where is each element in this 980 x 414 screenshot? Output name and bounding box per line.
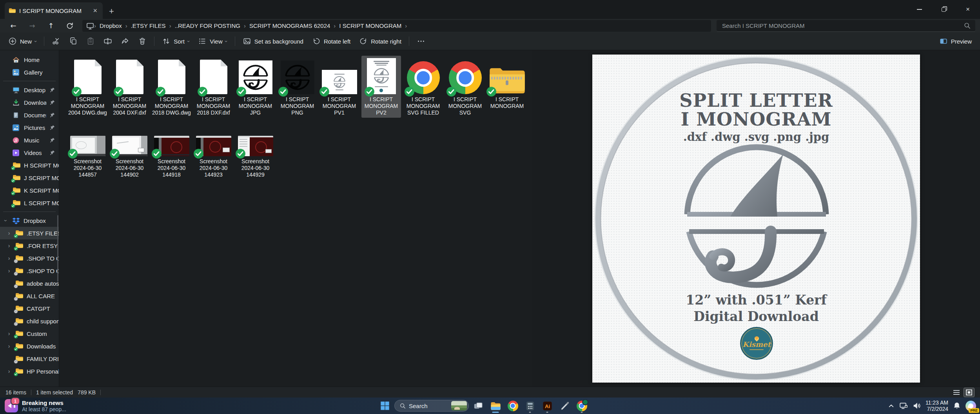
chevron-right-icon[interactable] xyxy=(6,230,12,236)
sidebar-item-desktop[interactable]: Desktop xyxy=(0,84,59,96)
sidebar-item-shop-to-cut-1[interactable]: .SHOP TO CUT xyxy=(0,252,59,264)
sidebar-item-for-etsy[interactable]: .FOR ETSY xyxy=(0,239,59,252)
sidebar-item-hp-personal[interactable]: HP Personal M xyxy=(0,365,59,378)
file-item[interactable]: I SCRIPT MONOGRAM JPG xyxy=(236,56,275,118)
set-background-button[interactable]: Set as background xyxy=(238,34,308,48)
file-item[interactable]: I SCRIPT MONOGRAM xyxy=(487,56,527,118)
sidebar-item-child-support[interactable]: child support xyxy=(0,315,59,327)
minimize-button[interactable] xyxy=(907,0,931,19)
chevron-right-icon[interactable] xyxy=(6,268,12,274)
share-button[interactable] xyxy=(116,34,134,48)
network-icon[interactable] xyxy=(899,402,908,410)
widgets-button[interactable]: 1 Breaking news At least 87 peop... xyxy=(0,399,66,412)
taskbar-search[interactable]: Search xyxy=(394,400,469,412)
restore-button[interactable] xyxy=(931,0,956,19)
hidden-icons-chevron-icon[interactable] xyxy=(888,403,895,409)
file-item[interactable]: I SCRIPT MONOGRAM SVG xyxy=(445,56,485,118)
pen-tool-taskbar-button[interactable] xyxy=(557,398,572,414)
sort-button[interactable]: Sort xyxy=(158,34,194,48)
sidebar-item-l-script-monograms[interactable]: L SCRIPT MONO xyxy=(0,197,59,209)
file-item[interactable]: I SCRIPT MONOGRAM 2018 DXF.dxf xyxy=(194,56,233,118)
paste-button[interactable] xyxy=(82,34,99,48)
file-item[interactable]: I SCRIPT MONOGRAM 2018 DWG.dwg xyxy=(152,56,191,118)
chrome-taskbar-button[interactable] xyxy=(505,398,521,414)
copilot-button[interactable]: PRE xyxy=(965,401,976,411)
sidebar-item-downloads[interactable]: Downloads xyxy=(0,96,59,109)
sidebar-item-dropbox[interactable]: Dropbox xyxy=(0,214,59,227)
sidebar-item-etsy-files[interactable]: .ETSY FILES xyxy=(0,227,59,239)
sidebar-item-catgpt[interactable]: CATGPT xyxy=(0,302,59,315)
rotate-left-button[interactable]: Rotate left xyxy=(308,34,355,48)
breadcrumb-etsy-files[interactable]: .ETSY FILES xyxy=(127,22,169,29)
breadcrumb[interactable]: Dropbox .ETSY FILES ..READY FOR POSTING … xyxy=(82,20,711,32)
explorer-tab[interactable]: I SCRIPT MONOGRAM × xyxy=(5,2,103,19)
volume-icon[interactable] xyxy=(913,402,921,410)
breadcrumb-dropbox[interactable]: Dropbox xyxy=(96,22,125,29)
back-button[interactable]: ← xyxy=(5,20,22,32)
file-item[interactable]: I SCRIPT MONOGRAM SVG FILLED xyxy=(403,56,443,118)
file-item[interactable]: Screenshot 2024-06-30 144923 xyxy=(194,134,233,180)
chevron-right-icon[interactable] xyxy=(6,243,12,249)
copy-button[interactable] xyxy=(65,34,82,48)
sidebar-item-music[interactable]: Music xyxy=(0,134,59,146)
breadcrumb-ready-for-posting[interactable]: ..READY FOR POSTING xyxy=(171,22,244,29)
file-item[interactable]: Screenshot 2024-06-30 144929 xyxy=(236,134,275,180)
pin-icon xyxy=(50,137,55,143)
breadcrumb-i-script-monogram[interactable]: I SCRIPT MONOGRAM xyxy=(336,22,405,29)
preview-toggle-button[interactable]: Preview xyxy=(935,34,976,48)
calculator-taskbar-button[interactable] xyxy=(522,398,538,414)
clock[interactable]: 11:23 AM 7/2/2024 xyxy=(926,399,948,412)
file-item[interactable]: I SCRIPT MONOGRAM 2004 DXF.dxf xyxy=(110,56,149,118)
sidebar-item-k-script-monograms[interactable]: K SCRIPT MONO xyxy=(0,184,59,197)
illustrator-taskbar-button[interactable] xyxy=(539,398,555,414)
file-item[interactable]: I SCRIPT MONOGRAM PV1 xyxy=(319,56,359,118)
sidebar-item-adobe-autosave[interactable]: adobe autosav xyxy=(0,277,59,290)
chevron-down-icon[interactable] xyxy=(3,217,9,224)
cut-button[interactable] xyxy=(47,34,65,48)
sidebar-item-pictures[interactable]: Pictures xyxy=(0,121,59,134)
sidebar-item-videos[interactable]: Videos xyxy=(0,146,59,159)
refresh-button[interactable] xyxy=(61,20,78,32)
large-icons-view-button[interactable] xyxy=(964,388,975,397)
chrome-profile-taskbar-button[interactable] xyxy=(574,398,590,414)
sidebar-item-h-script-monograms[interactable]: H SCRIPT MONO xyxy=(0,159,59,171)
task-view-button[interactable] xyxy=(470,398,486,414)
file-item[interactable]: Screenshot 2024-06-30 144857 xyxy=(68,134,107,180)
sidebar-item-all-care[interactable]: ALL CARE xyxy=(0,290,59,302)
close-button[interactable]: × xyxy=(956,0,980,19)
search-input[interactable] xyxy=(721,22,960,29)
start-button[interactable] xyxy=(377,398,393,414)
forward-button[interactable]: → xyxy=(24,20,41,32)
chevron-right-icon[interactable] xyxy=(6,330,12,337)
file-explorer-taskbar-button[interactable] xyxy=(488,398,503,414)
chevron-right-icon[interactable] xyxy=(6,255,12,261)
rotate-right-button[interactable]: Rotate right xyxy=(355,34,406,48)
file-item[interactable]: I SCRIPT MONOGRAM 2004 DWG.dwg xyxy=(68,56,107,118)
sidebar-item-family-drive[interactable]: FAMILY DRIVE xyxy=(0,352,59,365)
notifications-bell-icon[interactable] xyxy=(953,402,961,410)
sidebar-item-custom[interactable]: Custom xyxy=(0,327,59,340)
sidebar-scrollbar[interactable] xyxy=(57,215,58,282)
chevron-right-icon[interactable] xyxy=(6,368,12,374)
sidebar-item-shop-to-cut-2[interactable]: .SHOP TO CUT xyxy=(0,264,59,277)
rename-button[interactable] xyxy=(99,34,116,48)
more-options-button[interactable] xyxy=(412,34,430,48)
sidebar-item-home[interactable]: Home xyxy=(0,53,59,66)
file-item[interactable]: Screenshot 2024-06-30 144918 xyxy=(152,134,191,180)
details-view-button[interactable] xyxy=(951,388,962,397)
up-button[interactable]: ↑ xyxy=(42,20,60,32)
new-tab-button[interactable]: + xyxy=(109,7,114,16)
sidebar-item-dropbox-downloads[interactable]: Downloads xyxy=(0,340,59,352)
chevron-right-icon[interactable] xyxy=(6,343,12,349)
breadcrumb-script-monograms[interactable]: SCRIPT MONOGRAMS 62024 xyxy=(246,22,334,29)
view-button[interactable]: View xyxy=(194,34,232,48)
file-item[interactable]: Screenshot 2024-06-30 144902 xyxy=(110,134,149,180)
sidebar-item-j-script-monograms[interactable]: J SCRIPT MONO xyxy=(0,171,59,184)
new-button[interactable]: New xyxy=(4,34,41,48)
file-item-selected[interactable]: I SCRIPT MONOGRAM PV2 xyxy=(361,56,401,118)
sidebar-item-documents[interactable]: Documents xyxy=(0,109,59,121)
delete-button[interactable] xyxy=(134,34,151,48)
sidebar-item-gallery[interactable]: Gallery xyxy=(0,66,59,78)
file-item[interactable]: I SCRIPT MONOGRAM PNG xyxy=(278,56,317,118)
tab-close-icon[interactable]: × xyxy=(91,7,99,14)
